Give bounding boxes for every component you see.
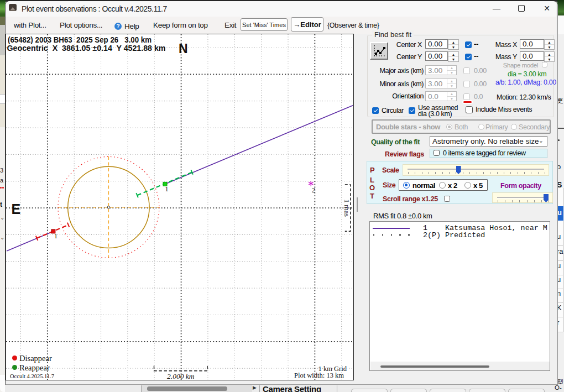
minor-axis-extra: 0.00 bbox=[474, 80, 487, 88]
use-assumed-label-2: dia (3.0 km) bbox=[418, 110, 452, 118]
spin-up-icon[interactable]: ▲ bbox=[447, 79, 456, 84]
include-miss-label: Include Miss events bbox=[476, 106, 532, 113]
observation-index: 2(P) bbox=[423, 231, 441, 239]
orientation-checkbox[interactable] bbox=[463, 93, 470, 100]
spin-up-icon[interactable]: ▲ bbox=[448, 40, 458, 45]
center-y-input[interactable]: 0.00 bbox=[425, 51, 448, 61]
size-x2-radio[interactable] bbox=[439, 182, 446, 189]
quality-dropdown[interactable]: Astrometry only. No reliable size⌄ bbox=[430, 136, 547, 147]
size-x5-label: x 5 bbox=[473, 181, 483, 190]
editor-button[interactable]: →Editor bbox=[291, 17, 323, 32]
review-flags-checkbox[interactable] bbox=[434, 150, 440, 156]
plot-vertical-p: P bbox=[370, 166, 374, 174]
mass-y-input[interactable]: 0.0 bbox=[520, 51, 544, 61]
slider-tick bbox=[415, 172, 415, 174]
plot-title-line1: (65482) 2003 BH63 2025 Sep 26 3.00 km bbox=[8, 35, 152, 44]
bg-bottom-tab bbox=[469, 389, 505, 392]
scale-slider[interactable] bbox=[403, 164, 549, 176]
menu-help[interactable]: ?Help bbox=[114, 21, 139, 31]
menu-help-label: Help bbox=[124, 22, 139, 30]
slider-tick bbox=[483, 172, 484, 174]
circular-checkbox[interactable] bbox=[372, 107, 379, 114]
maximize-button[interactable] bbox=[516, 3, 526, 13]
hscrollbar-thumb[interactable] bbox=[380, 365, 489, 368]
orientation-input[interactable]: 0.0▲▼ bbox=[425, 91, 457, 101]
major-axis-value: 3.00 bbox=[428, 66, 442, 75]
form-opacity-slider[interactable] bbox=[492, 192, 553, 203]
include-miss-checkbox[interactable] bbox=[466, 106, 473, 113]
spin-down-icon[interactable]: ▼ bbox=[447, 97, 456, 101]
size-normal-radio[interactable] bbox=[403, 182, 410, 189]
miss-line-bar bbox=[463, 101, 472, 103]
scroll-range-label: Scroll range x1.25 bbox=[383, 195, 438, 203]
slider-tick bbox=[442, 172, 443, 174]
slider-tick bbox=[527, 200, 528, 202]
mass-x-input[interactable]: 0.0 bbox=[520, 39, 544, 49]
desktop-wallpaper-right bbox=[557, 0, 564, 15]
review-flags-text: 0 items are tagged for review bbox=[443, 149, 526, 157]
spin-up-icon[interactable]: ▲ bbox=[447, 92, 456, 97]
use-assumed-checkbox[interactable] bbox=[409, 107, 415, 114]
menu-exit[interactable]: Exit bbox=[224, 21, 236, 31]
minimize-button[interactable]: — bbox=[492, 3, 502, 13]
observation-list[interactable]: 1Katsumasa Hosoi, near M2(P)Predicted bbox=[369, 221, 550, 371]
spin-down-icon[interactable]: ▼ bbox=[545, 57, 554, 61]
plot-vertical-l: L bbox=[370, 176, 374, 184]
menu-keep-on-top[interactable]: Keep form on top bbox=[153, 21, 208, 31]
spin-up-icon[interactable]: ▲ bbox=[545, 40, 554, 45]
oc-label: O-C bbox=[555, 384, 564, 392]
slider-tick bbox=[469, 172, 470, 174]
slider-tick bbox=[490, 172, 490, 174]
set-miss-times-button[interactable]: Set 'Miss' Times bbox=[241, 18, 288, 31]
slider-tick bbox=[512, 200, 513, 202]
shape-model-checkbox[interactable] bbox=[542, 62, 547, 67]
center-x-checkbox[interactable] bbox=[465, 41, 472, 48]
background-window-bottom: ▶Camera SettingO-C bbox=[5, 384, 564, 392]
major-axis-input[interactable]: 3.00▲▼ bbox=[425, 65, 457, 75]
center-y-spinner[interactable]: ▲▼ bbox=[448, 51, 459, 62]
slider-tick bbox=[463, 172, 463, 174]
disappear-uncertainty-tick bbox=[67, 223, 69, 227]
mass-y-spinner[interactable]: ▲▼ bbox=[544, 51, 555, 62]
menu-with-plot[interactable]: with Plot... bbox=[14, 21, 46, 31]
slider-tick bbox=[497, 172, 498, 174]
miss-line-sample bbox=[462, 100, 473, 104]
slider-tick bbox=[505, 200, 505, 202]
slider-thumb[interactable] bbox=[456, 166, 461, 174]
double-primary-radio[interactable] bbox=[478, 124, 484, 130]
obs-list-hscrollbar[interactable] bbox=[370, 362, 550, 370]
spin-down-icon[interactable]: ▼ bbox=[448, 57, 458, 61]
legend-dot-disappear bbox=[12, 356, 17, 360]
minor-axis-input[interactable]: 3.00▲▼ bbox=[425, 79, 457, 88]
center-x-spinner[interactable]: ▲▼ bbox=[448, 39, 459, 50]
mass-x-spinner[interactable]: ▲▼ bbox=[544, 39, 555, 50]
slider-thumb[interactable] bbox=[544, 194, 549, 202]
double-both-radio[interactable] bbox=[446, 124, 452, 130]
menu-plot-options[interactable]: Plot options... bbox=[60, 21, 102, 31]
spin-down-icon[interactable]: ▼ bbox=[447, 84, 456, 88]
close-button[interactable]: ✕ bbox=[542, 3, 552, 13]
app-icon bbox=[9, 4, 17, 11]
orientation-spinner: ▲▼ bbox=[447, 92, 456, 101]
spin-up-icon[interactable]: ▲ bbox=[545, 52, 554, 57]
major-axis-checkbox[interactable] bbox=[463, 67, 470, 74]
plot-width-label: Plot width: 13 km bbox=[294, 372, 344, 379]
spin-down-icon[interactable]: ▼ bbox=[447, 71, 456, 75]
double-stars-label: Double stars - show bbox=[376, 123, 440, 131]
scale-label: Scale bbox=[382, 166, 399, 174]
asteroid-center-marker bbox=[107, 206, 109, 208]
scroll-range-checkbox[interactable] bbox=[444, 196, 450, 202]
minor-axis-checkbox[interactable] bbox=[463, 81, 470, 87]
center-y-checkbox[interactable] bbox=[465, 54, 472, 60]
spin-down-icon[interactable]: ▼ bbox=[545, 45, 554, 49]
size-x5-radio[interactable] bbox=[464, 182, 471, 189]
center-x-label: Center X bbox=[382, 41, 422, 49]
motion-label: Motion: 12.30 km/s bbox=[497, 93, 551, 101]
double-secondary-radio[interactable] bbox=[511, 124, 517, 130]
observation-row[interactable]: 2(P)Predicted bbox=[370, 231, 550, 239]
spin-up-icon[interactable]: ▲ bbox=[448, 52, 458, 57]
center-x-input[interactable]: 0.00 bbox=[425, 39, 448, 49]
occultation-plot[interactable]: 1121 mas2.000 km(65482) 2003 BH63 2025 S… bbox=[6, 34, 353, 380]
spin-up-icon[interactable]: ▲ bbox=[447, 66, 456, 71]
spin-down-icon[interactable]: ▼ bbox=[448, 45, 458, 49]
